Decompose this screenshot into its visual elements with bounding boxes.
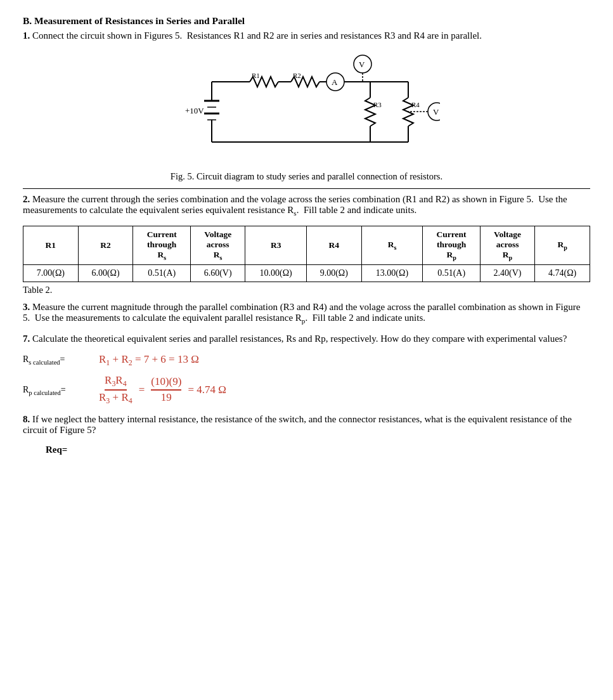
cell-rs: 13.00(Ω) (361, 264, 423, 282)
col-r4: R4 (306, 226, 361, 265)
p3-text: Measure the current magnitude through th… (23, 302, 580, 323)
col-rs: Rs (361, 226, 423, 265)
p2-text: Measure the current through the series c… (23, 194, 567, 215)
p7-text: Calculate the theoretical equivalent ser… (32, 334, 567, 344)
voltage-label: +10V (185, 106, 204, 115)
circuit-diagram: +10V R1 R2 A R3 R4 V (174, 50, 440, 167)
table-row: 7.00(Ω) 6.00(Ω) 0.51(A) 6.60(V) 10.00(Ω)… (23, 264, 590, 282)
problem-7: 7. Calculate the theoretical equivalent … (23, 334, 590, 344)
cell-current-rs: 0.51(A) (133, 264, 191, 282)
section-title: B. Measurement of Resistances in Series … (23, 15, 590, 27)
problem-1: 1. Connect the circuit shown in Figures … (23, 30, 590, 41)
rp-label: Rp calculated= (23, 384, 93, 396)
p8-number: 8. (23, 414, 30, 424)
rs-calc-block: Rs calculated= R1 + R2 = 7 + 6 = 13 Ω (23, 353, 590, 368)
cell-current-rp: 0.51(A) (423, 264, 481, 282)
col-voltage-rs: VoltageacrossRs (191, 226, 245, 265)
problem-3: 3. Measure the current magnitude through… (23, 302, 590, 325)
req-block: Req= (46, 444, 590, 455)
col-rp: Rp (535, 226, 590, 265)
fig-caption: Fig. 5. Circuit diagram to study series … (171, 171, 442, 182)
rp-result: = 4.74 Ω (188, 384, 226, 396)
rp-num-values: (10)(9) (151, 375, 181, 390)
p2-number: 2. (23, 194, 30, 204)
data-table: R1 R2 CurrentthroughRs VoltageacrossRs R… (23, 226, 590, 282)
rp-formula: R3R4 R3 + R4 = (10)(9) 19 = 4.74 Ω (99, 374, 226, 405)
rs-label: Rs calculated= (23, 353, 93, 366)
problem-2: 2. Measure the current through the serie… (23, 194, 590, 217)
col-r2: R2 (78, 226, 133, 265)
svg-text:A: A (332, 77, 338, 87)
p8-text: If we neglect the battery internal resis… (23, 414, 572, 435)
p1-text: Connect the circuit shown in Figures 5. … (32, 30, 482, 41)
problem-8: 8. If we neglect the battery internal re… (23, 414, 590, 436)
cell-voltage-rp: 2.40(V) (480, 264, 534, 282)
rp-calc-block: Rp calculated= R3R4 R3 + R4 = (10)(9) 19… (23, 374, 590, 405)
rp-numerator: R3R4 (105, 374, 127, 391)
cell-rp: 4.74(Ω) (535, 264, 590, 282)
rp-equals: = (139, 384, 145, 396)
col-r1: R1 (23, 226, 79, 265)
table-label: Table 2. (23, 285, 590, 295)
cell-r1: 7.00(Ω) (23, 264, 79, 282)
cell-r3: 10.00(Ω) (245, 264, 307, 282)
col-current-rp: CurrentthroughRp (423, 226, 481, 265)
rp-denominator: R3 + R4 (99, 391, 132, 406)
figure-container: +10V R1 R2 A R3 R4 V (23, 50, 590, 182)
rs-formula: R1 + R2 = 7 + 6 = 13 Ω (99, 353, 199, 368)
cell-r4: 9.00(Ω) (306, 264, 361, 282)
svg-text:V: V (433, 107, 439, 117)
cell-voltage-rs: 6.60(V) (191, 264, 245, 282)
rp-den-values: 19 (161, 391, 172, 404)
svg-text:V: V (359, 60, 365, 69)
req-label: Req= (46, 444, 67, 455)
col-current-rs: CurrentthroughRs (133, 226, 191, 265)
table-wrapper: R1 R2 CurrentthroughRs VoltageacrossRs R… (23, 226, 590, 282)
p1-number: 1. (23, 30, 30, 41)
p3-number: 3. (23, 302, 30, 312)
p7-number: 7. (23, 334, 30, 344)
col-r3: R3 (245, 226, 307, 265)
cell-r2: 6.00(Ω) (78, 264, 133, 282)
col-voltage-rp: VoltageacrossRp (480, 226, 534, 265)
